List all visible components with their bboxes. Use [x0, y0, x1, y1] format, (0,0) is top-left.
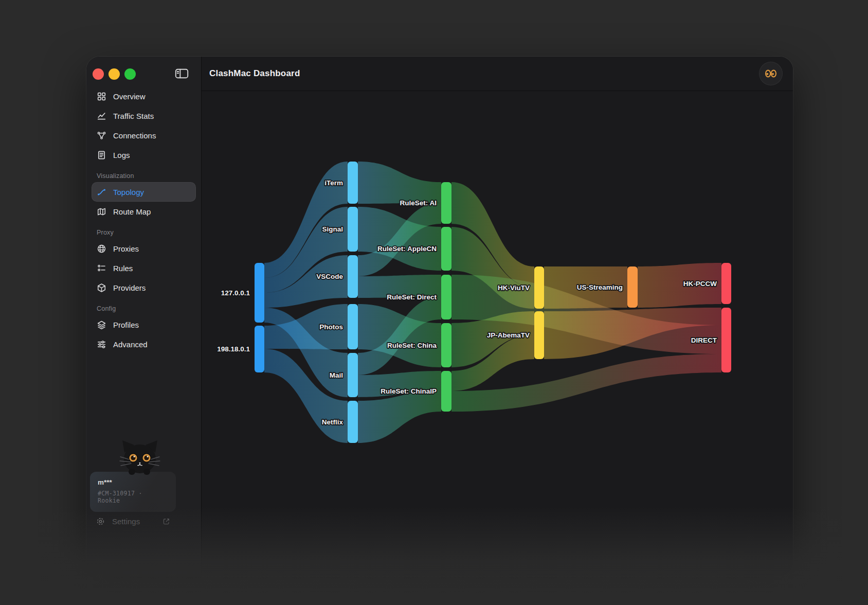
- sidebar-item-route-map[interactable]: Route Map: [92, 202, 196, 221]
- eyes-icon: [764, 68, 777, 79]
- sankey-label-rs-chinaip: RuleSet: ChinaIP: [381, 387, 437, 395]
- sidebar-toggle-icon: [175, 68, 189, 79]
- settings-label: Settings: [112, 517, 140, 526]
- sankey-node-vscode[interactable]: [348, 255, 358, 298]
- sankey-label-direct: DIRECT: [691, 336, 717, 344]
- zoom-button[interactable]: [124, 68, 136, 80]
- sankey-node-photos[interactable]: [348, 304, 358, 349]
- sidebar-item-label: Topology: [113, 188, 144, 197]
- title-bar: ClashMac Dashboard: [202, 57, 793, 91]
- sidebar-item-label: Traffic Stats: [113, 112, 154, 120]
- page-title: ClashMac Dashboard: [209, 68, 300, 79]
- sankey-label-jp-abematv: JP-AbemaTV: [487, 331, 530, 339]
- topology-curve-icon: [97, 187, 106, 197]
- sankey-label-us-streaming: US-Streaming: [577, 283, 623, 291]
- sankey-node-hk-pccw[interactable]: [721, 263, 731, 304]
- sankey-label-ip-198: 198.18.0.1: [217, 345, 250, 353]
- sidebar-item-rules[interactable]: Rules: [92, 258, 196, 278]
- section-header-visualization: Visualization: [92, 165, 196, 182]
- sankey-node-iterm[interactable]: [348, 162, 358, 204]
- sidebar-item-traffic-stats[interactable]: Traffic Stats: [92, 106, 196, 126]
- grid-icon: [97, 92, 106, 101]
- map-icon: [97, 207, 106, 217]
- section-header-proxy: Proxy: [92, 221, 196, 239]
- sankey-label-photos: Photos: [319, 323, 343, 331]
- sankey-label-signal: Signal: [322, 225, 343, 233]
- topology-canvas: 127.0.0.1198.18.0.1iTermSignalVSCodePhot…: [202, 91, 793, 576]
- close-button[interactable]: [93, 68, 104, 80]
- sidebar-item-logs[interactable]: Logs: [92, 145, 196, 165]
- sankey-label-rs-applecn: RuleSet: AppleCN: [377, 245, 437, 253]
- app-window: Overview Traffic Stats Connec: [86, 57, 793, 576]
- sankey-label-hk-pccw: HK-PCCW: [683, 280, 717, 288]
- sidebar-item-label: Overview: [113, 92, 146, 101]
- sidebar-item-providers[interactable]: Providers: [92, 278, 196, 297]
- sankey-node-jp-abematv[interactable]: [534, 311, 544, 359]
- chart-line-icon: [97, 111, 106, 121]
- sidebar-toggle-button[interactable]: [175, 68, 189, 79]
- sidebar-item-label: Logs: [113, 151, 130, 159]
- sankey-label-rs-ai: RuleSet: AI: [400, 199, 437, 207]
- sidebar-item-topology[interactable]: Topology: [92, 182, 196, 202]
- sankey-node-rs-direct[interactable]: [441, 275, 451, 319]
- sankey-node-rs-chinaip[interactable]: [441, 371, 451, 412]
- sankey-node-rs-china[interactable]: [441, 323, 451, 367]
- globe-icon: [97, 244, 106, 254]
- sidebar-item-proxies[interactable]: Proxies: [92, 239, 196, 258]
- topology-sankey-chart: 127.0.0.1198.18.0.1iTermSignalVSCodePhot…: [202, 91, 793, 576]
- sankey-node-us-streaming[interactable]: [627, 266, 638, 308]
- sidebar-item-overview[interactable]: Overview: [92, 86, 196, 106]
- sankey-label-hk-viutv: HK-ViuTV: [498, 284, 530, 292]
- document-icon: [97, 150, 106, 160]
- cat-avatar: [118, 438, 161, 475]
- section-header-config: Config: [92, 297, 196, 315]
- sidebar-item-label: Route Map: [113, 207, 151, 216]
- sankey-node-mail[interactable]: [348, 353, 358, 397]
- window-controls: [93, 68, 136, 80]
- user-card[interactable]: m*** #CM-310917 · Rookie: [90, 472, 176, 512]
- sankey-node-signal[interactable]: [348, 207, 358, 252]
- sankey-node-netflix[interactable]: [348, 401, 358, 443]
- mascot-peek-button[interactable]: [759, 62, 783, 85]
- external-link-icon: [162, 518, 170, 525]
- sankey-link-iterm--rs-ai: [358, 162, 441, 204]
- sankey-label-iterm: iTerm: [324, 179, 343, 187]
- sankey-node-rs-ai[interactable]: [441, 182, 451, 224]
- user-name: m***: [98, 478, 168, 486]
- sankey-node-direct[interactable]: [721, 308, 731, 372]
- sankey-label-netflix: Netflix: [322, 418, 343, 426]
- main-content: ClashMac Dashboard 127.0.0.1198.18.0.1iT…: [202, 57, 793, 576]
- user-id-badge: #CM-310917 · Rookie: [98, 490, 168, 504]
- network-icon: [97, 131, 106, 140]
- sankey-node-ip-127[interactable]: [255, 263, 264, 323]
- sankey-label-rs-china: RuleSet: China: [387, 342, 437, 349]
- sankey-link-netflix--rs-chinaip: [358, 391, 441, 443]
- sidebar-item-settings[interactable]: Settings: [90, 511, 176, 531]
- sidebar-item-profiles[interactable]: Profiles: [92, 315, 196, 334]
- sidebar: Overview Traffic Stats Connec: [86, 57, 202, 576]
- sidebar-item-label: Providers: [113, 283, 146, 292]
- rule-list-icon: [97, 263, 106, 273]
- sankey-node-rs-applecn[interactable]: [441, 227, 451, 271]
- layers-icon: [97, 320, 106, 330]
- sidebar-item-label: Proxies: [113, 244, 139, 253]
- sidebar-item-connections[interactable]: Connections: [92, 126, 196, 145]
- sidebar-item-label: Rules: [113, 264, 133, 273]
- sankey-node-hk-viutv[interactable]: [534, 266, 544, 309]
- sankey-label-mail: Mail: [330, 371, 343, 379]
- minimize-button[interactable]: [109, 68, 120, 80]
- sankey-label-rs-direct: RuleSet: Direct: [387, 293, 437, 301]
- sidebar-item-label: Profiles: [113, 321, 139, 329]
- sliders-icon: [97, 340, 106, 349]
- gear-icon: [96, 517, 105, 526]
- sidebar-nav: Overview Traffic Stats Connec: [92, 86, 196, 354]
- sidebar-item-advanced[interactable]: Advanced: [92, 334, 196, 354]
- package-icon: [97, 283, 106, 293]
- sidebar-item-label: Connections: [113, 131, 156, 140]
- sidebar-item-label: Advanced: [113, 340, 148, 349]
- sankey-label-ip-127: 127.0.0.1: [221, 289, 250, 297]
- sankey-node-ip-198[interactable]: [255, 326, 264, 372]
- sankey-label-vscode: VSCode: [316, 273, 343, 280]
